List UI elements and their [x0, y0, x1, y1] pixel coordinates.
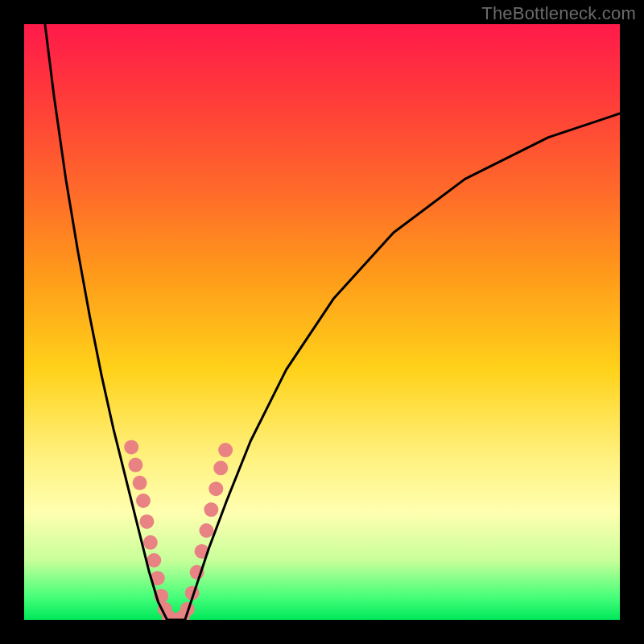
highlight-dot — [199, 523, 213, 538]
plot-area — [24, 24, 620, 620]
chart-svg — [24, 24, 620, 620]
highlight-dot — [213, 460, 228, 475]
highlight-dot — [128, 458, 142, 473]
highlight-dot — [218, 443, 233, 457]
chart-frame: TheBottleneck.com — [0, 0, 644, 644]
watermark-text: TheBottleneck.com — [481, 3, 636, 24]
highlight-dot — [139, 514, 154, 529]
highlight-dot — [143, 535, 158, 550]
highlight-dot — [133, 476, 147, 490]
curve-right-curve — [185, 114, 620, 620]
curve-layer — [45, 24, 620, 620]
highlight-dot — [204, 502, 218, 517]
highlight-dot — [124, 440, 138, 454]
highlight-dot — [147, 553, 161, 568]
highlight-dot — [136, 493, 151, 508]
highlight-dot — [208, 481, 223, 496]
curve-left-curve — [45, 24, 167, 620]
